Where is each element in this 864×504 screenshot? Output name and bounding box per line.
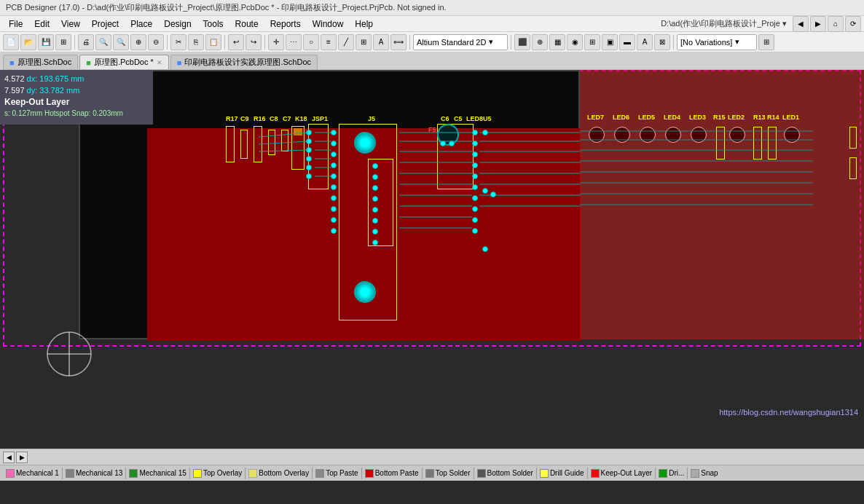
menu-window[interactable]: Window xyxy=(307,17,350,31)
zoom-btn[interactable]: 🔍 xyxy=(95,34,111,50)
top-overlay-color xyxy=(193,469,202,478)
menu-tools[interactable]: Tools xyxy=(197,17,229,31)
info-panel: 4.572 dx: 193.675 mm 7.597 dy: 33.782 mm… xyxy=(0,70,153,125)
bus-btn[interactable]: ≡ xyxy=(321,34,337,50)
nav-next[interactable]: ▶ xyxy=(16,452,28,463)
nav-back[interactable]: ◀ xyxy=(793,16,809,32)
redo-btn[interactable]: ↪ xyxy=(246,34,262,50)
sep5 xyxy=(409,35,410,50)
menu-reports[interactable]: Reports xyxy=(264,17,307,31)
nav-fwd[interactable]: ▶ xyxy=(810,16,826,32)
cross-btn[interactable]: ✛ xyxy=(268,34,284,50)
right-comp-1 xyxy=(849,127,857,149)
tab-pcbdoc[interactable]: ■ 原理图.PcbDoc * ✕ xyxy=(79,55,169,69)
dim-btn[interactable]: ⟺ xyxy=(390,34,407,50)
top-overlay-label: Top Overlay xyxy=(203,469,242,477)
menu-design[interactable]: Design xyxy=(158,17,197,31)
mech13-label: Mechanical 13 xyxy=(76,469,122,477)
nav-refresh[interactable]: ⟳ xyxy=(845,16,861,32)
layer-keepout[interactable]: Keep-Out Layer xyxy=(588,469,656,478)
pin-far-4 xyxy=(490,192,496,197)
tab-schematic[interactable]: ■ 原理图.SchDoc xyxy=(3,55,78,69)
layer-btn[interactable]: ⬛ xyxy=(514,34,530,50)
tool2[interactable]: ⊞ xyxy=(584,34,600,50)
menu-help[interactable]: Help xyxy=(349,17,379,31)
layer-mech1[interactable]: Mechanical 1 xyxy=(3,469,62,478)
tab-practice-sch[interactable]: ■ 印刷电路板设计实践原理图.SchDoc xyxy=(170,55,318,69)
nav-home[interactable]: ⌂ xyxy=(828,16,844,32)
tool5[interactable]: A xyxy=(637,34,653,50)
tool4[interactable]: ▬ xyxy=(619,34,635,50)
bot-paste-color xyxy=(365,469,374,478)
copy-btn[interactable]: ⎘ xyxy=(188,34,204,50)
layer-snap[interactable]: Snap xyxy=(688,469,720,478)
url-display: https://blog.csdn.net/wangshugian1314 xyxy=(719,408,858,417)
mech1-label: Mechanical 1 xyxy=(16,469,59,477)
pcb-board: R17 C9 R16 C8 C7 K18 JSP1 J5 C6 C5 LED8 … xyxy=(79,70,580,339)
open-btn[interactable]: 📂 xyxy=(20,34,36,50)
layer-top-solder[interactable]: Top Solder xyxy=(423,469,474,478)
align-btn[interactable]: ▦ xyxy=(549,34,565,50)
layer-drill[interactable]: Drill Guide xyxy=(537,469,587,478)
undo-btn[interactable]: ↩ xyxy=(228,34,244,50)
mech15-label: Mechanical 15 xyxy=(139,469,186,477)
svg-line-17 xyxy=(259,141,308,144)
sep4 xyxy=(264,35,265,50)
mech15-color xyxy=(129,469,138,478)
layer-mech13[interactable]: Mechanical 13 xyxy=(63,469,125,478)
snap-info: s: 0.127mm Hotspot Snap: 0.203mm xyxy=(4,108,149,119)
save-btn[interactable]: 💾 xyxy=(38,34,54,50)
drill-label: Drill Guide xyxy=(550,469,584,477)
layer-top-paste[interactable]: Top Paste xyxy=(313,469,361,478)
mech1-color xyxy=(6,469,15,478)
wire-btn[interactable]: ╱ xyxy=(338,34,354,50)
layer-bot-solder[interactable]: Bottom Solder xyxy=(474,469,536,478)
menu-place[interactable]: Place xyxy=(125,17,158,31)
title-bar: PCB Designer (17.0) - D:\ad(作业\印刷电路板设计_P… xyxy=(0,0,864,16)
sep3 xyxy=(224,35,225,50)
sep2 xyxy=(167,35,168,50)
zoom3-btn[interactable]: ⊕ xyxy=(130,34,146,50)
layer-name: Keep-Out Layer xyxy=(4,96,149,108)
menu-file[interactable]: File xyxy=(3,17,28,31)
title-text: PCB Designer (17.0) - D:\ad(作业\印刷电路板设计_P… xyxy=(6,2,447,13)
view-dropdown[interactable]: Altium Standard 2D ▾ xyxy=(413,34,508,50)
zoom4-btn[interactable]: ⊖ xyxy=(148,34,164,50)
new-btn[interactable]: 📄 xyxy=(3,34,19,50)
menu-project[interactable]: Project xyxy=(86,17,125,31)
snap-color xyxy=(691,469,699,478)
menu-view[interactable]: View xyxy=(55,17,86,31)
nav-prev[interactable]: ◀ xyxy=(3,452,15,463)
paste-btn[interactable]: 📋 xyxy=(205,34,221,50)
pin-far-2 xyxy=(482,188,488,194)
route-btn[interactable]: ⋯ xyxy=(286,34,302,50)
comp-btn[interactable]: ⊞ xyxy=(356,34,372,50)
sep7 xyxy=(673,35,674,50)
tool3[interactable]: ▣ xyxy=(602,34,618,50)
via-btn[interactable]: ○ xyxy=(303,34,319,50)
zoom2-btn[interactable]: 🔍 xyxy=(113,34,129,50)
var-btn[interactable]: ⊞ xyxy=(758,34,774,50)
cut-btn[interactable]: ✂ xyxy=(170,34,186,50)
text-btn[interactable]: A xyxy=(373,34,389,50)
tool1[interactable]: ◉ xyxy=(567,34,583,50)
tool6[interactable]: ⊠ xyxy=(654,34,670,50)
tab-pcb-close[interactable]: ✕ xyxy=(157,59,162,66)
layer-dri[interactable]: Dri... xyxy=(656,469,687,478)
layer-bot-overlay[interactable]: Bottom Overlay xyxy=(246,469,312,478)
layer-mech15[interactable]: Mechanical 15 xyxy=(126,469,189,478)
snap-btn[interactable]: ⊕ xyxy=(532,34,548,50)
layer-top-overlay[interactable]: Top Overlay xyxy=(190,469,245,478)
crosshair xyxy=(44,328,95,379)
variations-dropdown[interactable]: [No Variations] ▾ xyxy=(677,34,757,50)
menu-edit[interactable]: Edit xyxy=(28,17,55,31)
svg-line-18 xyxy=(259,150,308,151)
print-btn[interactable]: 🖨 xyxy=(78,34,94,50)
top-paste-color xyxy=(315,469,324,478)
save-all-btn[interactable]: ⊞ xyxy=(55,34,71,50)
menu-route[interactable]: Route xyxy=(229,17,264,31)
layer-bot-paste[interactable]: Bottom Paste xyxy=(362,469,422,478)
variations-arrow: ▾ xyxy=(735,37,739,47)
pin-far-3 xyxy=(482,246,488,252)
pcb-canvas[interactable]: 4.572 dx: 193.675 mm 7.597 dy: 33.782 mm… xyxy=(0,70,864,449)
